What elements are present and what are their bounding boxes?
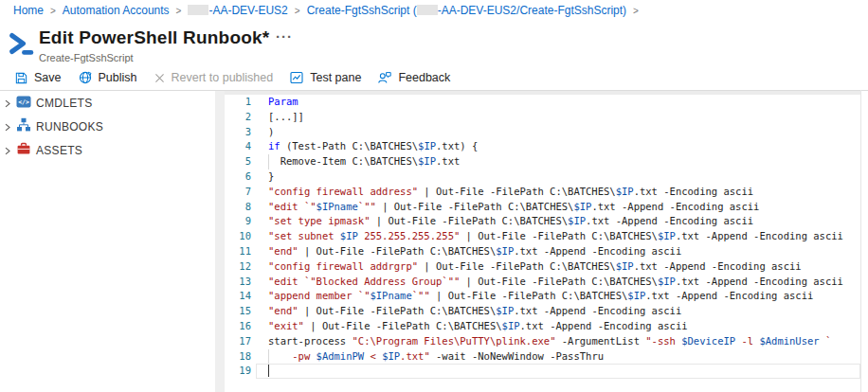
code-line[interactable]: 11"end" | Out-File -FilePath C:\BATCHES\… xyxy=(225,244,860,259)
breadcrumb-runbook[interactable]: Create-FgtSshScript (-AA-DEV-EUS2/Create… xyxy=(307,4,626,17)
page-title: Edit PowerShell Runbook* xyxy=(39,27,269,48)
code-line[interactable]: 18 -pw $AdminPW < $IP.txt" -wait -NoNewW… xyxy=(225,349,860,365)
code-line[interactable]: 10"set subnet $IP 255.255.255.255" | Out… xyxy=(225,229,860,244)
breadcrumb-runbook-label-2: -AA-DEV-EUS2/Create-FgtSshScript) xyxy=(438,4,626,17)
save-icon xyxy=(14,71,28,85)
line-number: 3 xyxy=(225,125,251,140)
code-line[interactable]: 5 Remove-Item C:\BATCHES\$IP.txt xyxy=(225,154,860,169)
breadcrumb-separator: > xyxy=(176,6,182,16)
code-line[interactable]: 15"end" | Out-File -FilePath C:\BATCHES\… xyxy=(225,304,860,319)
indent-guide xyxy=(268,349,269,365)
breadcrumb-home[interactable]: Home xyxy=(13,4,44,17)
breadcrumb-account-label: -AA-DEV-EUS2 xyxy=(208,4,287,17)
current-line-highlight xyxy=(256,364,860,379)
code-line[interactable]: 6} xyxy=(225,169,860,185)
test-pane-label: Test pane xyxy=(310,71,361,84)
revert-to-published-label: Revert to published xyxy=(172,71,274,84)
code-text: } xyxy=(268,169,274,185)
powershell-icon xyxy=(9,29,37,58)
runbook-name-subtitle: Create-FgtSshScript xyxy=(39,52,134,63)
line-number: 16 xyxy=(225,319,251,334)
line-number: 17 xyxy=(225,334,251,349)
feedback-icon xyxy=(377,70,392,85)
save-button[interactable]: Save xyxy=(14,71,62,85)
assets-icon xyxy=(16,141,31,160)
line-number: 8 xyxy=(225,200,251,215)
code-text: ) xyxy=(268,125,274,140)
line-number: 19 xyxy=(225,364,251,379)
line-number: 6 xyxy=(225,169,251,185)
code-line[interactable]: 12"config firewall addrgrp" | Out-File -… xyxy=(225,259,860,275)
line-number: 18 xyxy=(225,349,251,365)
code-text: Param xyxy=(268,95,298,110)
code-line[interactable]: 2[...]] xyxy=(225,110,860,125)
cmdlets-icon: </> xyxy=(16,95,31,112)
code-text: "end" | Out-File -FilePath C:\BATCHES\$I… xyxy=(268,244,681,259)
editor-scrollbar[interactable] xyxy=(860,90,861,392)
chevron-right-icon[interactable] xyxy=(4,142,11,159)
code-text: -pw $AdminPW < $IP.txt" -wait -NoNewWind… xyxy=(268,349,604,365)
line-number: 2 xyxy=(225,110,251,125)
breadcrumb-automation-accounts[interactable]: Automation Accounts xyxy=(63,4,170,17)
sidebar-item-assets[interactable]: ASSETS xyxy=(0,138,215,162)
code-line[interactable]: 13"edit `"Blocked Address Group`"" | Out… xyxy=(225,275,860,290)
more-options-button[interactable]: ··· xyxy=(276,28,293,45)
text-cursor xyxy=(268,365,269,377)
code-line[interactable]: 16"exit" | Out-File -FilePath C:\BATCHES… xyxy=(225,319,860,334)
code-text: "append member `"$IPname`"" | Out-File -… xyxy=(268,289,813,304)
code-line[interactable]: 19 xyxy=(225,364,860,379)
breadcrumb-automation-account[interactable]: -AA-DEV-EUS2 xyxy=(188,4,287,17)
line-number: 7 xyxy=(225,185,251,200)
line-number: 10 xyxy=(225,229,251,244)
chevron-right-icon[interactable] xyxy=(4,118,11,135)
chevron-right-icon[interactable] xyxy=(4,95,11,112)
revert-to-published-button[interactable]: Revert to published xyxy=(154,71,274,84)
code-line[interactable]: 17start-process "C:\Program Files\PuTTY\… xyxy=(225,334,860,349)
code-text: if (Test-Path C:\BATCHES\$IP.txt) { xyxy=(268,139,478,154)
sidebar-item-label: ASSETS xyxy=(36,144,82,157)
feedback-label: Feedback xyxy=(398,71,450,84)
line-number: 11 xyxy=(225,244,251,259)
command-bar: Save Publish Revert to published Te xyxy=(14,65,450,90)
publish-globe-icon xyxy=(78,70,93,85)
code-text: "end" | Out-File -FilePath C:\BATCHES\$I… xyxy=(268,304,681,319)
breadcrumb: Home > Automation Accounts > -AA-DEV-EUS… xyxy=(13,4,645,17)
code-text: "exit" | Out-File -FilePath C:\BATCHES\$… xyxy=(268,319,688,334)
code-editor[interactable]: 1Param2[...]]3)4if (Test-Path C:\BATCHES… xyxy=(225,91,860,392)
code-text: "config firewall address" | Out-File -Fi… xyxy=(268,185,753,200)
line-number: 4 xyxy=(225,139,251,154)
line-number: 9 xyxy=(225,214,251,229)
sidebar-scrollbar[interactable] xyxy=(215,91,225,392)
editor-sidebar: </> CMDLETS RUNBOOKS xyxy=(0,91,215,392)
breadcrumb-separator: > xyxy=(50,6,56,16)
indent-guide xyxy=(268,154,269,169)
redacted-text xyxy=(417,5,438,15)
code-line[interactable]: 4if (Test-Path C:\BATCHES\$IP.txt) { xyxy=(225,139,860,154)
feedback-button[interactable]: Feedback xyxy=(377,70,450,85)
redacted-text xyxy=(188,5,208,15)
code-text: start-process "C:\Program Files\PuTTY\pl… xyxy=(268,334,831,349)
sidebar-item-cmdlets[interactable]: </> CMDLETS xyxy=(0,91,215,115)
line-number: 1 xyxy=(225,95,251,110)
line-number: 14 xyxy=(225,289,251,304)
code-line[interactable]: 7"config firewall address" | Out-File -F… xyxy=(225,185,860,200)
breadcrumb-separator: > xyxy=(633,6,639,16)
code-text: "edit `"$IPname`"" | Out-File -FilePath … xyxy=(268,200,759,215)
code-line[interactable]: 3) xyxy=(225,125,860,140)
code-line[interactable]: 1Param xyxy=(225,95,860,110)
breadcrumb-separator: > xyxy=(295,6,300,16)
code-lines: 1Param2[...]]3)4if (Test-Path C:\BATCHES… xyxy=(225,95,860,379)
code-line[interactable]: 9"set type ipmask" | Out-File -FilePath … xyxy=(225,214,860,229)
revert-x-icon xyxy=(154,72,166,84)
code-line[interactable]: 14"append member `"$IPname`"" | Out-File… xyxy=(225,289,860,304)
test-pane-icon xyxy=(289,70,304,85)
sidebar-item-label: CMDLETS xyxy=(36,97,92,110)
publish-button[interactable]: Publish xyxy=(78,70,137,85)
code-text: "edit `"Blocked Address Group`"" | Out-F… xyxy=(268,275,843,290)
sidebar-item-runbooks[interactable]: RUNBOOKS xyxy=(0,115,215,138)
line-number: 13 xyxy=(225,275,251,290)
runbooks-icon xyxy=(16,117,31,136)
code-text: "set type ipmask" | Out-File -FilePath C… xyxy=(268,214,753,229)
code-line[interactable]: 8"edit `"$IPname`"" | Out-File -FilePath… xyxy=(225,200,860,215)
test-pane-button[interactable]: Test pane xyxy=(289,70,361,85)
